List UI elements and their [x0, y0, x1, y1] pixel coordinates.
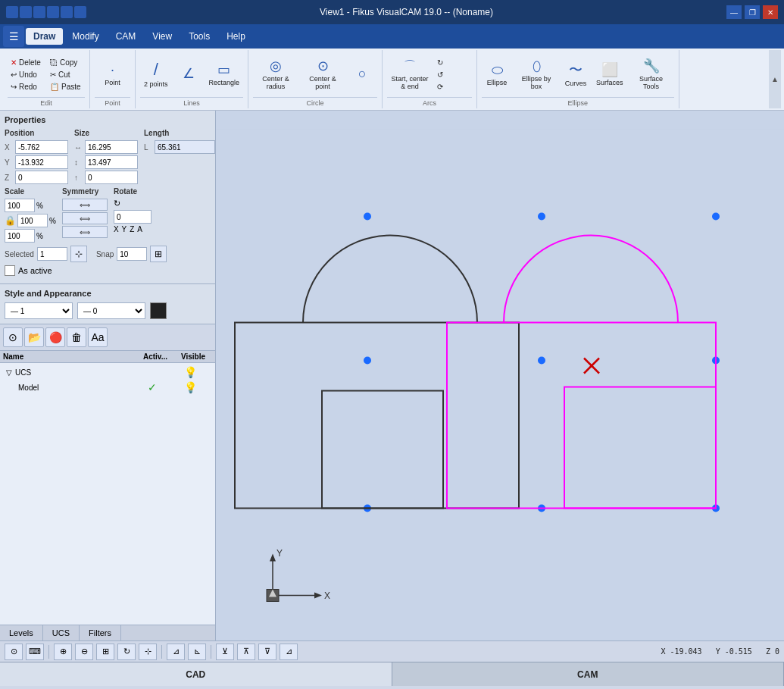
- arc3-button[interactable]: ↺: [434, 69, 472, 80]
- status-btn7[interactable]: ⊹: [139, 644, 157, 660]
- copy-label: Copy: [60, 58, 77, 67]
- center-point-button[interactable]: ⊙ Center & point: [300, 52, 345, 97]
- sym-btn3[interactable]: ⟺: [62, 226, 108, 238]
- tab-filters[interactable]: Filters: [80, 625, 121, 640]
- expand-icon[interactable]: ▽: [6, 368, 12, 377]
- center-radius-button[interactable]: ◎ Center & radius: [253, 52, 298, 97]
- color-swatch[interactable]: [150, 302, 167, 319]
- position-label: Position: [5, 129, 68, 137]
- sym-btn2[interactable]: ⟺: [62, 212, 108, 224]
- undo-icon: ↩: [11, 70, 17, 79]
- ribbon-group-point: · Point Point: [90, 50, 136, 108]
- close-button[interactable]: ✕: [763, 5, 778, 19]
- layer-row-ucs[interactable]: ▽ UCS 💡: [3, 365, 212, 380]
- two-points-button[interactable]: / 2 points: [140, 52, 172, 97]
- bottom-tab-cad[interactable]: CAD: [0, 662, 392, 686]
- status-btn8[interactable]: ⊿: [167, 644, 185, 660]
- menu-tab-cam[interactable]: CAM: [108, 28, 144, 45]
- status-btn3[interactable]: ⊕: [54, 644, 72, 660]
- as-active-checkbox[interactable]: [5, 265, 15, 276]
- status-btn13[interactable]: ⊿: [280, 644, 298, 660]
- status-btn2[interactable]: ⌨: [26, 644, 44, 660]
- size-d-input[interactable]: [85, 171, 138, 184]
- paste-button[interactable]: 📋 Paste: [47, 81, 85, 92]
- redo-icon: ↪: [11, 83, 17, 91]
- layer-tool-btn2[interactable]: 📂: [24, 327, 44, 347]
- curves-button[interactable]: 〜 Curves: [561, 52, 591, 97]
- tab-levels[interactable]: Levels: [0, 625, 43, 640]
- status-btn6[interactable]: ↻: [117, 644, 136, 660]
- selection-tool-button[interactable]: ⊹: [70, 246, 87, 262]
- status-btn11[interactable]: ⊼: [237, 644, 255, 660]
- selected-input[interactable]: [37, 247, 67, 261]
- status-btn12[interactable]: ⊽: [258, 644, 276, 660]
- menu-tab-help[interactable]: Help: [219, 28, 253, 45]
- menu-tab-draw[interactable]: Draw: [26, 28, 63, 45]
- copy-button[interactable]: ⿻ Copy: [47, 57, 85, 68]
- ucs-visible-icon: 💡: [171, 366, 209, 378]
- menu-tab-tools[interactable]: Tools: [181, 28, 217, 45]
- layer-tool-btn4[interactable]: 🗑: [67, 327, 86, 347]
- rotate-value-row: [114, 210, 151, 224]
- scale-input2[interactable]: [17, 214, 48, 227]
- svg-text:X: X: [324, 590, 330, 601]
- point-button[interactable]: · Point: [98, 52, 128, 97]
- start-center-end-button[interactable]: ⌒ Start, center & end: [387, 52, 433, 97]
- cut-button[interactable]: ✂ Cut: [47, 69, 85, 80]
- center-point-label: Center & point: [304, 76, 342, 91]
- z-row: Z: [5, 171, 68, 184]
- delete-button[interactable]: ✕ Delete: [8, 57, 45, 68]
- layer-row-model[interactable]: Model ✓ 💡: [3, 380, 212, 395]
- ellipse-by-box-button[interactable]: ⬯ Ellipse by box: [514, 52, 559, 97]
- line-style-select[interactable]: — 1 — 2 — 3: [5, 302, 73, 319]
- y-input[interactable]: [15, 155, 68, 169]
- window-title: View1 - Fikus VisualCAM 19.0 -- (Noname): [86, 7, 726, 17]
- surface-tools-button[interactable]: 🔧 Surface Tools: [629, 52, 674, 97]
- scale-input3[interactable]: [5, 229, 35, 243]
- x-input[interactable]: [15, 140, 68, 154]
- size-w-input[interactable]: [85, 140, 138, 154]
- size-h-input[interactable]: [85, 155, 138, 169]
- surfaces-button[interactable]: ⬜ Surfaces: [592, 52, 627, 97]
- scale-input1[interactable]: [5, 199, 35, 212]
- z-input[interactable]: [15, 171, 68, 184]
- menu-tab-view[interactable]: View: [145, 28, 180, 45]
- svg-rect-0: [216, 130, 784, 622]
- length-label: Length: [144, 129, 215, 137]
- tab-ucs[interactable]: UCS: [43, 625, 80, 640]
- rotate-input[interactable]: [114, 210, 151, 224]
- status-btn5[interactable]: ⊞: [96, 644, 114, 660]
- hamburger-menu[interactable]: ☰: [3, 26, 24, 47]
- arc2-button[interactable]: ↻: [434, 57, 472, 68]
- restore-button[interactable]: ❐: [745, 5, 760, 19]
- redo-button[interactable]: ↪ Redo: [8, 81, 45, 92]
- snap-tool-button[interactable]: ⊞: [150, 246, 167, 262]
- bottom-tab-cam[interactable]: CAM: [392, 662, 785, 686]
- angle-line-button[interactable]: ∠: [173, 52, 204, 97]
- ribbon-collapse-button[interactable]: ▲: [769, 50, 781, 108]
- undo-button[interactable]: ↩ Undo: [8, 69, 45, 80]
- layer-tool-btn3[interactable]: 🔴: [45, 327, 65, 347]
- circle3-button[interactable]: ○: [347, 52, 377, 97]
- ellipse-button[interactable]: ⬭ Ellipse: [482, 52, 512, 97]
- canvas-area[interactable]: Y X: [216, 111, 784, 640]
- snap-input[interactable]: [117, 247, 147, 261]
- start-center-end-icon: ⌒: [404, 58, 416, 74]
- arc4-button[interactable]: ⟳: [434, 81, 472, 92]
- rectangle-button[interactable]: ▭ Rectangle: [205, 52, 244, 97]
- layer-tool-btn1[interactable]: ⊙: [3, 327, 23, 347]
- status-btn9[interactable]: ⊾: [188, 644, 206, 660]
- sym-btn1[interactable]: ⟺: [62, 199, 108, 211]
- layer-tool-btn5[interactable]: Aa: [88, 327, 108, 347]
- length-input[interactable]: [155, 140, 215, 154]
- bottom-tabs: CAD CAM: [0, 662, 784, 686]
- app-icon-4: [47, 6, 59, 18]
- line-width-select[interactable]: — 0 — 1 — 2: [77, 302, 145, 319]
- minimize-button[interactable]: —: [726, 5, 742, 19]
- menu-tab-modify[interactable]: Modify: [64, 28, 106, 45]
- status-btn4[interactable]: ⊖: [75, 644, 93, 660]
- as-active-label: As active: [18, 266, 52, 275]
- two-points-icon: /: [154, 60, 158, 80]
- status-btn1[interactable]: ⊙: [5, 644, 23, 660]
- status-btn10[interactable]: ⊻: [216, 644, 234, 660]
